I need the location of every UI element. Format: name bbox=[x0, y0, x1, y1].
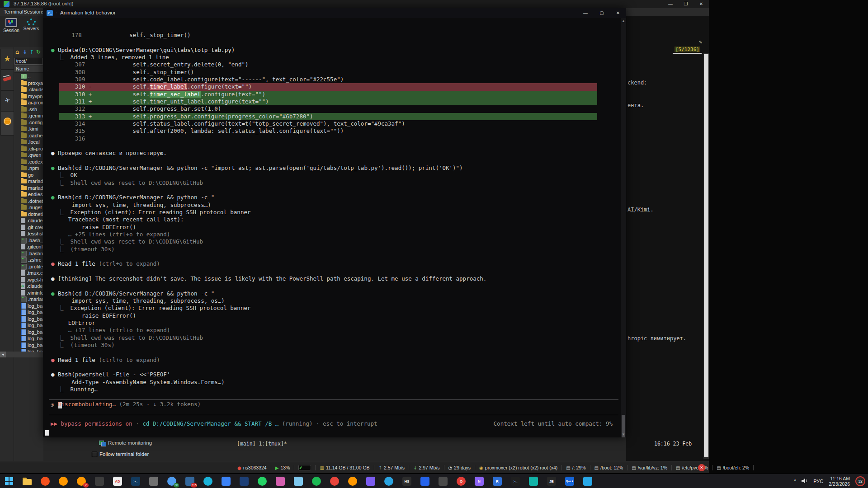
file-item[interactable]: .git-crede bbox=[14, 224, 43, 231]
file-item[interactable]: dotnet9 bbox=[14, 211, 43, 218]
file-item[interactable]: myvpn bbox=[14, 93, 43, 100]
follow-terminal-folder-checkbox[interactable] bbox=[92, 452, 97, 457]
tab-favorites[interactable]: ★ bbox=[0, 49, 14, 70]
bg-minimize-button[interactable]: — bbox=[663, 0, 678, 8]
background-vscrollbar[interactable] bbox=[703, 53, 709, 459]
file-item[interactable]: log_backu bbox=[14, 329, 43, 336]
taskbar-photos-app[interactable] bbox=[275, 476, 286, 487]
file-item[interactable]: proxyapis bbox=[14, 80, 43, 87]
taskbar-obs-app[interactable] bbox=[438, 476, 448, 487]
file-item[interactable]: log_backu bbox=[14, 322, 43, 329]
file-item[interactable]: .gemini bbox=[14, 113, 43, 119]
claude-vscrollbar[interactable]: ▲ ▼ bbox=[621, 18, 626, 437]
file-item[interactable]: log_backu bbox=[14, 348, 43, 352]
taskbar-notion-app[interactable]: N bbox=[474, 476, 485, 487]
taskbar-dark-app[interactable] bbox=[94, 476, 105, 487]
file-item[interactable]: ai-proxy- bbox=[14, 99, 43, 106]
file-item[interactable]: .lesshst bbox=[14, 230, 43, 237]
bg-close-button[interactable]: ✕ bbox=[693, 0, 709, 8]
file-item[interactable]: mariadb-i bbox=[14, 178, 43, 185]
menu-sessions[interactable]: Sessions bbox=[24, 9, 45, 14]
file-item[interactable]: .local bbox=[14, 139, 43, 145]
taskbar-start[interactable] bbox=[4, 476, 14, 487]
file-item[interactable]: .ssh bbox=[14, 106, 43, 113]
file-item[interactable]: .claude.js bbox=[14, 217, 43, 224]
taskbar-terminal-app[interactable]: >_ bbox=[130, 476, 141, 487]
cc-minimize-button[interactable]: — bbox=[577, 8, 594, 18]
name-column-header[interactable]: Name bbox=[14, 66, 44, 73]
folder-up-icon[interactable]: ⌂ bbox=[15, 49, 19, 55]
statusbar-close-badge[interactable]: ✕ bbox=[698, 464, 705, 471]
taskbar-violet-app[interactable] bbox=[365, 476, 376, 487]
taskbar-app-715[interactable]: 715 bbox=[184, 476, 195, 487]
tab-tools[interactable] bbox=[0, 70, 14, 90]
file-item[interactable]: .viminfo bbox=[14, 290, 43, 296]
taskbar-hs-app[interactable]: HS bbox=[401, 476, 412, 487]
download-icon[interactable]: ↓ bbox=[23, 49, 27, 55]
tray-clock[interactable]: 11:16 AM 2/23/2026 bbox=[829, 476, 850, 487]
taskbar-quick-app[interactable]: Quick bbox=[564, 476, 575, 487]
path-input[interactable]: /root/ bbox=[14, 58, 43, 65]
cc-maximize-button[interactable]: ▢ bbox=[594, 8, 610, 18]
file-item[interactable]: .dotnet bbox=[14, 198, 43, 205]
file-item[interactable]: .cli-proxy bbox=[14, 145, 43, 152]
upload-icon[interactable]: ↑ bbox=[29, 49, 34, 55]
file-item[interactable]: .wget-hst bbox=[14, 277, 43, 283]
taskbar-paint-app[interactable] bbox=[293, 476, 304, 487]
file-item[interactable]: log_backu bbox=[14, 316, 43, 323]
taskbar-spotify[interactable] bbox=[311, 476, 322, 487]
taskbar-firefox-2[interactable]: 2 bbox=[76, 476, 87, 487]
servers-button[interactable]: Servers bbox=[22, 17, 41, 37]
file-item[interactable]: log_backu bbox=[14, 303, 43, 310]
file-item[interactable]: .. bbox=[14, 73, 43, 80]
session-button[interactable]: Session bbox=[2, 17, 21, 37]
file-item[interactable]: log_backu bbox=[14, 335, 43, 342]
tab-sftp-browser[interactable] bbox=[0, 111, 14, 136]
taskbar-navy-app[interactable] bbox=[239, 476, 250, 487]
taskbar-edge[interactable] bbox=[203, 476, 213, 487]
file-item[interactable]: .bash_his bbox=[14, 237, 43, 244]
file-item[interactable]: .bashrc bbox=[14, 250, 43, 257]
background-vscrollbar-thumb[interactable] bbox=[704, 54, 708, 457]
scroll-left-arrow-icon[interactable]: ◂ bbox=[0, 352, 6, 357]
file-item[interactable]: log_backu bbox=[14, 342, 43, 349]
refresh-icon[interactable]: ↻ bbox=[36, 49, 41, 55]
file-item[interactable]: .tmux.con bbox=[14, 270, 43, 277]
scroll-up-icon[interactable]: ▲ bbox=[621, 19, 626, 23]
notification-badge[interactable]: 32 bbox=[855, 476, 865, 486]
taskbar-opera[interactable]: O bbox=[456, 476, 467, 487]
taskbar-chrome-30[interactable]: 30 bbox=[166, 476, 177, 487]
speaker-icon[interactable] bbox=[802, 478, 808, 484]
taskbar-firefox-3[interactable] bbox=[347, 476, 358, 487]
taskbar-anydesk[interactable]: AD bbox=[112, 476, 123, 487]
taskbar-r-app[interactable]: R bbox=[492, 476, 503, 487]
menu-terminal[interactable]: Terminal bbox=[4, 9, 23, 14]
taskbar-file-explorer[interactable] bbox=[22, 476, 33, 487]
tray-chevron-icon[interactable]: ^ bbox=[794, 479, 796, 484]
file-item[interactable]: .npm bbox=[14, 165, 43, 172]
file-item[interactable]: .cache bbox=[14, 132, 43, 139]
taskbar-code-app[interactable] bbox=[582, 476, 593, 487]
cc-close-button[interactable]: ✕ bbox=[610, 8, 626, 18]
file-item[interactable]: go bbox=[14, 172, 43, 178]
file-item[interactable]: .config bbox=[14, 119, 43, 126]
taskbar-whatsapp[interactable] bbox=[257, 476, 268, 487]
taskbar-gray-app[interactable] bbox=[148, 476, 159, 487]
file-item[interactable]: endlessh bbox=[14, 191, 43, 198]
file-item[interactable]: .profile bbox=[14, 263, 43, 270]
file-item[interactable]: .zshrc bbox=[14, 257, 43, 263]
taskbar-chrome[interactable] bbox=[329, 476, 340, 487]
file-item[interactable]: log_backu bbox=[14, 309, 43, 316]
file-item[interactable]: .nuget bbox=[14, 204, 43, 211]
taskbar-teal-app[interactable] bbox=[528, 476, 539, 487]
taskbar-blue-folder[interactable] bbox=[221, 476, 231, 487]
taskbar-firefox[interactable] bbox=[58, 476, 69, 487]
file-item[interactable]: .mariadb_ bbox=[14, 296, 43, 303]
file-list-hscrollbar[interactable]: ◂ bbox=[0, 352, 43, 357]
taskbar-jetbrains[interactable]: JB bbox=[546, 476, 557, 487]
taskbar-blue-app[interactable] bbox=[420, 476, 430, 487]
file-item[interactable]: mariadb-c bbox=[14, 185, 43, 192]
taskbar-telegram[interactable] bbox=[383, 476, 394, 487]
bg-maximize-button[interactable]: ❐ bbox=[678, 0, 693, 8]
file-item[interactable]: .qwen bbox=[14, 152, 43, 159]
